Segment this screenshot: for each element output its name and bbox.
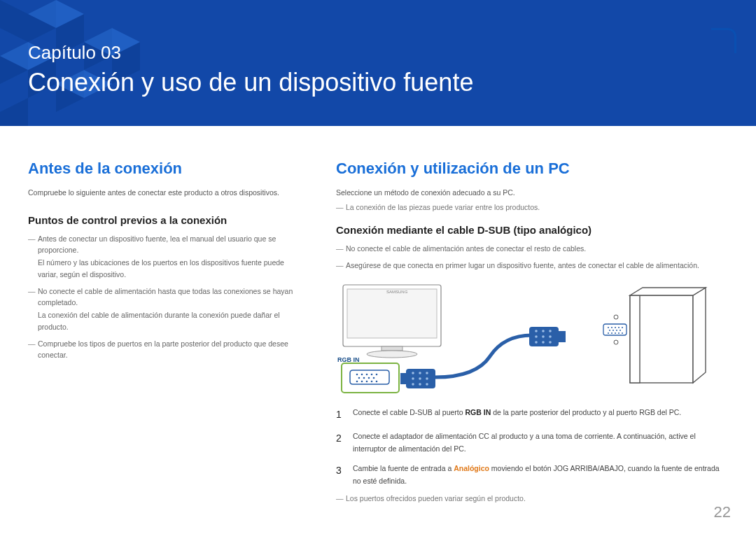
svg-point-50	[549, 330, 552, 332]
svg-point-68	[612, 330, 614, 331]
chapter-header: Capítulo 03 Conexión y uso de un disposi…	[0, 0, 756, 126]
svg-point-43	[412, 383, 414, 386]
svg-point-39	[426, 372, 428, 374]
right-intro: Seleccione un método de conexión adecuad…	[336, 188, 728, 199]
list-item: Antes de conectar un dispositivo fuente,…	[28, 233, 305, 280]
svg-point-65	[618, 327, 620, 328]
svg-rect-36	[400, 373, 407, 384]
step-item: 2 Conecte el adaptador de alimentación C…	[336, 430, 728, 456]
svg-marker-59	[693, 288, 706, 383]
svg-point-40	[412, 377, 414, 380]
svg-point-61	[614, 315, 618, 319]
svg-point-31	[361, 381, 363, 383]
svg-point-54	[535, 341, 538, 344]
svg-rect-16	[347, 289, 437, 338]
svg-point-23	[366, 374, 368, 376]
svg-point-34	[376, 381, 378, 383]
svg-rect-17	[382, 346, 402, 351]
svg-point-27	[363, 377, 365, 379]
step-text: Conecte el cable D-SUB al puerto RGB IN …	[353, 407, 681, 423]
list-item: No conecte el cable de alimentación ante…	[336, 243, 728, 254]
svg-point-64	[615, 327, 616, 328]
svg-point-29	[373, 377, 375, 379]
step-item: 1 Conecte el cable D-SUB al puerto RGB I…	[336, 407, 728, 423]
step-number: 1	[336, 407, 346, 423]
svg-point-25	[376, 374, 378, 376]
content-area: Antes de la conexión Compruebe lo siguie…	[0, 126, 756, 503]
svg-point-24	[371, 374, 373, 376]
list-item: No conecte el cable de alimentación hast…	[28, 286, 305, 332]
svg-point-26	[358, 377, 360, 379]
section-heading-left: Antes de la conexión	[28, 160, 305, 178]
list-item: Asegúrese de que conecta en primer lugar…	[336, 260, 728, 271]
warnings-list: No conecte el cable de alimentación ante…	[336, 243, 728, 272]
svg-point-49	[542, 330, 545, 332]
steps-list: 1 Conecte el cable D-SUB al puerto RGB I…	[336, 407, 728, 487]
svg-point-75	[622, 332, 623, 334]
svg-point-21	[356, 374, 358, 376]
svg-point-51	[535, 335, 538, 338]
svg-point-32	[366, 381, 368, 383]
right-column: Conexión y utilización de un PC Seleccio…	[336, 160, 728, 503]
step-text: Conecte el adaptador de alimentación CC …	[353, 430, 728, 456]
right-intro-note: La conexión de las piezas puede variar e…	[336, 203, 728, 211]
left-column: Antes de la conexión Compruebe lo siguie…	[28, 160, 305, 503]
chapter-number: Capítulo 03	[28, 42, 756, 64]
svg-point-76	[614, 340, 618, 344]
left-intro: Compruebe lo siguiente antes de conectar…	[28, 188, 305, 199]
svg-point-71	[608, 332, 609, 334]
svg-point-63	[611, 327, 612, 328]
page-number: 22	[714, 503, 731, 521]
svg-point-55	[542, 341, 545, 344]
rgb-in-label: RGB IN	[337, 356, 360, 363]
step-text: Cambie la fuente de entrada a Analógico …	[353, 463, 728, 488]
svg-point-66	[622, 327, 623, 328]
footer-note: Los puertos ofrecidos pueden variar segú…	[336, 494, 728, 503]
svg-point-18	[367, 351, 417, 358]
svg-point-70	[620, 330, 621, 331]
svg-point-44	[419, 383, 421, 386]
svg-marker-60	[630, 288, 706, 295]
svg-point-42	[426, 377, 428, 380]
svg-point-37	[412, 372, 414, 374]
svg-point-62	[608, 327, 609, 328]
svg-point-69	[616, 330, 617, 331]
svg-point-53	[549, 335, 552, 338]
list-item: Compruebe los tipos de puertos en la par…	[28, 338, 305, 361]
control-points-list: Antes de conectar un dispositivo fuente,…	[28, 233, 305, 361]
svg-point-52	[542, 335, 545, 338]
step-number: 2	[336, 430, 346, 456]
svg-point-41	[419, 377, 421, 380]
svg-point-74	[618, 332, 620, 334]
chapter-title: Conexión y uso de un dispositivo fuente	[28, 68, 756, 97]
svg-point-38	[419, 372, 421, 374]
svg-point-45	[426, 383, 428, 386]
svg-rect-47	[559, 331, 566, 342]
connection-diagram: SAMSUNG	[336, 279, 728, 398]
step-number: 3	[336, 463, 346, 488]
svg-point-56	[549, 341, 552, 344]
step-item: 3 Cambie la fuente de entrada a Analógic…	[336, 463, 728, 488]
svg-point-33	[371, 381, 373, 383]
right-subheading: Conexión mediante el cable D-SUB (tipo a…	[336, 224, 728, 236]
svg-point-73	[615, 332, 616, 334]
section-heading-right: Conexión y utilización de un PC	[336, 160, 728, 178]
svg-point-28	[368, 377, 370, 379]
svg-rect-58	[630, 295, 640, 383]
svg-point-22	[361, 374, 363, 376]
left-subheading: Puntos de control previos a la conexión	[28, 214, 305, 226]
svg-point-48	[535, 330, 538, 332]
svg-text:SAMSUNG: SAMSUNG	[386, 290, 408, 294]
svg-point-67	[609, 330, 610, 331]
svg-point-72	[611, 332, 612, 334]
svg-point-30	[356, 381, 358, 383]
